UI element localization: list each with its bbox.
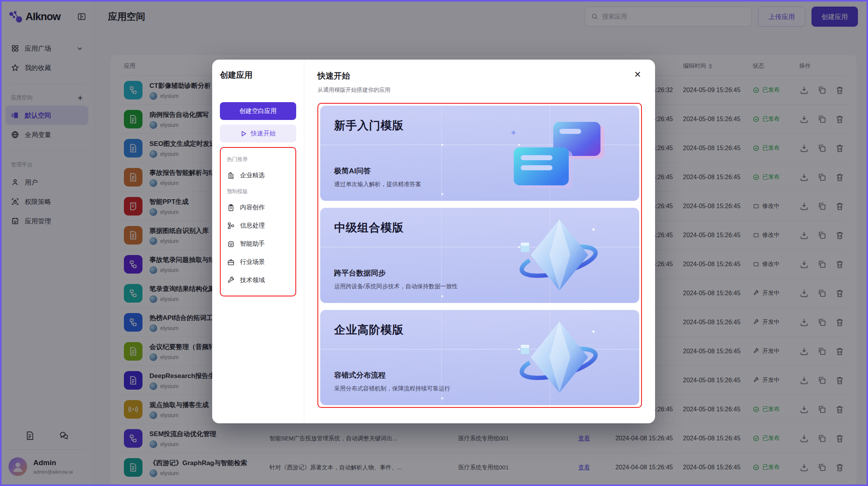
card-subtitle: 跨平台数据同步 [334, 268, 386, 278]
quick-start-tab[interactable]: 快速开始 [220, 125, 296, 142]
menu-item-industry-scenes[interactable]: 行业场景 [223, 253, 293, 271]
template-card-enterprise[interactable]: 企业高阶模版 容错式分布流程 采用分布式容错机制，保障流程持续可靠运行 [320, 310, 639, 405]
menu-item-content-creation[interactable]: 内容创作 [223, 199, 293, 217]
card-title: 中级组合模版 [334, 220, 404, 236]
card-subtitle: 极简AI问答 [334, 166, 371, 176]
menu-item-enterprise-picks[interactable]: 企业精选 [223, 166, 293, 185]
modal-right-panel: 快速开始 从通用模版开始搭建你的应用 ✕ 新手入门模版 极简AI问答 通过单次输… [304, 60, 655, 423]
card-description: 通过单次输入解析，提供精准答案 [334, 181, 421, 188]
flow-icon [227, 222, 235, 230]
briefcase-icon [227, 258, 235, 266]
card-illustration-diamond [512, 214, 604, 297]
create-app-modal: 创建应用 创建空白应用 快速开始 热门推荐 企业精选 预制模版 内容创作 [212, 60, 655, 423]
menu-item-info-processing[interactable]: 信息处理 [223, 217, 293, 235]
card-description: 采用分布式容错机制，保障流程持续可靠运行 [334, 385, 450, 392]
menu-item-tech-domain[interactable]: 技术领域 [223, 271, 293, 289]
template-card-intermediate[interactable]: 中级组合模版 跨平台数据同步 运用跨设备/系统同步技术，自动保持数据一致性 [320, 208, 639, 303]
quick-start-title: 快速开始 [317, 70, 642, 81]
modal-left-panel: 创建应用 创建空白应用 快速开始 热门推荐 企业精选 预制模版 内容创作 [212, 60, 304, 423]
robot-icon [227, 240, 235, 248]
card-title: 新手入门模版 [334, 118, 404, 133]
menu-item-label: 信息处理 [240, 222, 265, 230]
card-illustration-diamond [512, 316, 604, 399]
card-illustration-chat: ✦ ✦ [512, 112, 604, 195]
menu-item-label: 技术领域 [240, 276, 265, 284]
preset-section-label: 预制模版 [223, 185, 293, 199]
play-icon [240, 130, 247, 137]
menu-item-smart-assistant[interactable]: 智能助手 [223, 235, 293, 253]
template-menu-annotation-box: 热门推荐 企业精选 预制模版 内容创作 信息处理 智能助手 [220, 147, 296, 296]
card-title: 企业高阶模版 [334, 322, 404, 338]
menu-item-label: 行业场景 [240, 258, 265, 266]
clipboard-icon [227, 204, 235, 212]
app-window: AIknow 应用广场 我的收藏 应用空间 + 默认空间 [0, 0, 868, 486]
quick-start-label: 快速开始 [251, 130, 276, 138]
card-description: 运用跨设备/系统同步技术，自动保持数据一致性 [334, 283, 458, 290]
hot-section-label: 热门推荐 [223, 152, 293, 166]
create-blank-app-button[interactable]: 创建空白应用 [220, 102, 296, 120]
menu-item-label: 智能助手 [240, 240, 265, 248]
close-icon[interactable]: ✕ [632, 69, 643, 80]
wrench-icon [227, 276, 235, 284]
modal-title: 创建应用 [220, 70, 296, 80]
template-cards-annotation-box: 新手入门模版 极简AI问答 通过单次输入解析，提供精准答案 ✦ ✦ 中级组合模版… [317, 103, 642, 408]
quick-start-subtitle: 从通用模版开始搭建你的应用 [317, 86, 642, 94]
card-subtitle: 容错式分布流程 [334, 370, 386, 380]
template-card-beginner[interactable]: 新手入门模版 极简AI问答 通过单次输入解析，提供精准答案 ✦ ✦ [320, 106, 639, 201]
building-icon [227, 171, 235, 180]
menu-item-label: 内容创作 [240, 204, 265, 212]
menu-item-label: 企业精选 [240, 171, 265, 180]
